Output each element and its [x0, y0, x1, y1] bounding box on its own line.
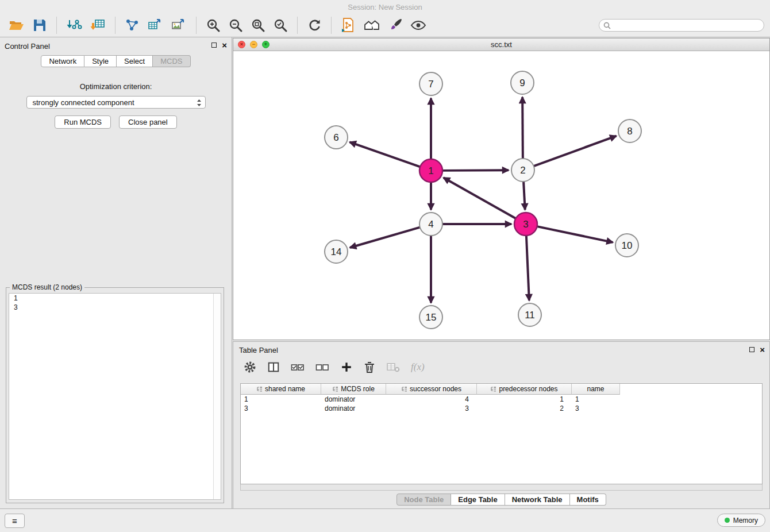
column-header[interactable]: successor nodes: [386, 384, 477, 395]
tab-style[interactable]: Style: [84, 55, 117, 67]
optimization-criterion-select[interactable]: strongly connected component: [26, 96, 206, 109]
edge-3-10[interactable]: [537, 226, 613, 242]
float-table-panel-button[interactable]: [749, 347, 754, 352]
memory-button[interactable]: Memory: [717, 514, 765, 527]
table-row[interactable]: 3 dominator 3 2 3: [241, 404, 762, 413]
cell-successor-nodes[interactable]: 4: [386, 395, 477, 404]
function-builder-button[interactable]: f(x): [411, 361, 425, 373]
column-header[interactable]: shared name: [241, 384, 321, 395]
save-session-button[interactable]: [29, 17, 50, 34]
import-network-button[interactable]: [63, 17, 85, 34]
search-input[interactable]: [599, 19, 764, 32]
control-panel: Control Panel × Network Style Select MCD…: [0, 37, 232, 509]
node-2[interactable]: 2: [511, 159, 534, 182]
node-3[interactable]: 3: [514, 213, 537, 236]
zoom-selected-button[interactable]: [270, 17, 291, 34]
table-row[interactable]: 1 dominator 4 1 1: [241, 395, 762, 404]
edge-1-6[interactable]: [350, 142, 421, 167]
edge-2-8[interactable]: [534, 136, 617, 167]
close-panel-button-bottom[interactable]: Close panel: [119, 115, 177, 129]
node-15[interactable]: 15: [419, 306, 442, 329]
network-graph[interactable]: 1234678910111415: [233, 51, 769, 340]
node-label: 15: [426, 312, 437, 323]
mcds-result-list[interactable]: 1 3: [9, 293, 221, 500]
list-scrollbar[interactable]: [213, 294, 221, 499]
cell-predecessor-nodes[interactable]: 1: [477, 395, 572, 404]
toolbar-separator: [56, 17, 57, 34]
tab-node-table[interactable]: Node Table: [396, 494, 451, 506]
apply-style-button[interactable]: [385, 17, 406, 34]
maximize-window-button[interactable]: +: [262, 41, 270, 48]
edge-3-1[interactable]: [444, 178, 516, 218]
node-14[interactable]: 14: [325, 240, 348, 263]
tab-edge-table[interactable]: Edge Table: [451, 494, 505, 506]
node-8[interactable]: 8: [618, 119, 641, 142]
node-1[interactable]: 1: [419, 159, 442, 182]
home-button[interactable]: [360, 17, 383, 34]
main-toolbar: [0, 14, 770, 37]
export-image-button[interactable]: [168, 17, 190, 34]
node-9[interactable]: 9: [511, 71, 534, 94]
delete-rows-button[interactable]: [364, 361, 375, 373]
show-columns-button[interactable]: [267, 361, 280, 373]
close-panel-button[interactable]: ×: [222, 42, 227, 48]
select-all-rows-button[interactable]: [291, 361, 305, 373]
cell-predecessor-nodes[interactable]: 2: [477, 404, 572, 413]
run-mcds-button[interactable]: Run MCDS: [55, 115, 111, 129]
edge-2-3[interactable]: [523, 182, 525, 210]
node-label: 7: [428, 79, 433, 90]
delete-columns-button[interactable]: [386, 361, 400, 373]
tab-network[interactable]: Network: [41, 55, 84, 67]
tab-mcds[interactable]: MCDS: [153, 55, 190, 67]
show-graphics-details-button[interactable]: [407, 17, 429, 34]
node-6[interactable]: 6: [325, 126, 348, 149]
tab-motifs[interactable]: Motifs: [570, 494, 606, 506]
cell-shared-name[interactable]: 3: [241, 404, 321, 413]
column-header[interactable]: predecessor nodes: [477, 384, 572, 395]
refresh-icon: [307, 18, 322, 33]
create-column-button[interactable]: [340, 361, 353, 373]
minimize-window-button[interactable]: −: [250, 41, 257, 48]
tab-select[interactable]: Select: [117, 55, 153, 67]
cell-mcds-role[interactable]: dominator: [321, 404, 386, 413]
cell-mcds-role[interactable]: dominator: [321, 395, 386, 404]
list-item[interactable]: 3: [9, 303, 221, 312]
list-item[interactable]: 1: [9, 294, 221, 303]
edge-2-9[interactable]: [522, 97, 523, 159]
cell-name[interactable]: 3: [572, 404, 620, 413]
column-header[interactable]: name: [572, 384, 620, 395]
tab-network-table[interactable]: Network Table: [505, 494, 570, 506]
node-11[interactable]: 11: [518, 303, 541, 326]
table-mode-button[interactable]: [244, 361, 256, 373]
zoom-fit-button[interactable]: [248, 17, 268, 34]
float-panel-button[interactable]: [211, 43, 217, 48]
main-area: Control Panel × Network Style Select MCD…: [0, 37, 770, 509]
table-horizontal-scrollbar[interactable]: [240, 484, 763, 491]
node-7[interactable]: 7: [419, 72, 442, 95]
column-header[interactable]: MCDS role: [321, 384, 386, 395]
cell-successor-nodes[interactable]: 3: [386, 404, 477, 413]
control-panel-tabs: Network Style Select MCDS: [0, 55, 232, 67]
import-table-button[interactable]: [87, 17, 109, 34]
network-canvas[interactable]: 1234678910111415: [233, 51, 769, 340]
edge-3-11[interactable]: [526, 236, 529, 300]
deselect-all-rows-button[interactable]: [315, 361, 329, 373]
refresh-layout-button[interactable]: [304, 17, 325, 34]
node-10[interactable]: 10: [615, 234, 638, 257]
search-icon: [603, 21, 611, 32]
zoom-fit-icon: [251, 18, 265, 33]
task-history-button[interactable]: ≡: [5, 514, 25, 528]
node-4[interactable]: 4: [419, 213, 442, 236]
zoom-in-button[interactable]: [203, 17, 224, 34]
new-network-from-selection-button[interactable]: [122, 17, 143, 34]
network-file-button[interactable]: [338, 16, 359, 34]
cell-name[interactable]: 1: [572, 395, 620, 404]
edge-1-2[interactable]: [442, 170, 509, 171]
close-table-panel-button[interactable]: ×: [760, 346, 765, 353]
edge-4-14[interactable]: [350, 228, 420, 248]
open-session-button[interactable]: [6, 17, 28, 34]
close-window-button[interactable]: ×: [238, 41, 245, 48]
zoom-out-button[interactable]: [225, 17, 246, 34]
cell-shared-name[interactable]: 1: [241, 395, 321, 404]
export-table-button[interactable]: [144, 17, 166, 34]
